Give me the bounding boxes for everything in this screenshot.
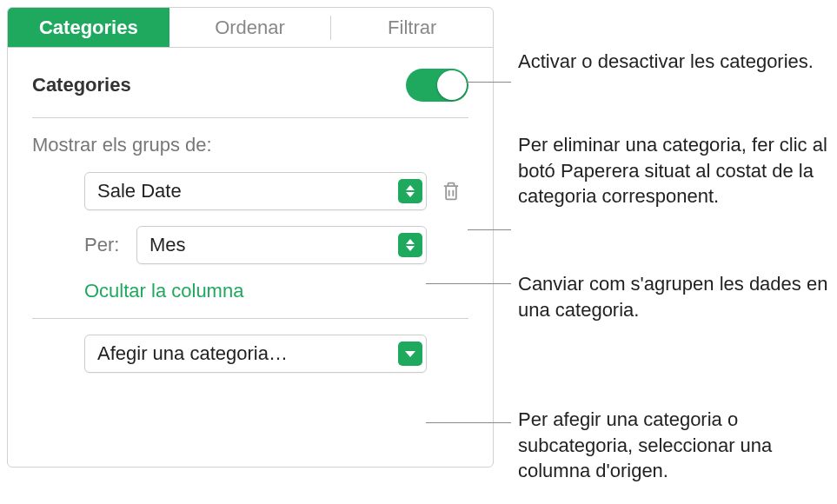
add-category-row: Afegir una categoria… [32, 335, 468, 373]
groups-label: Mostrar els grups de: [32, 134, 468, 156]
leader-line [426, 422, 511, 423]
section-title: Categories [32, 74, 131, 96]
hide-column-link[interactable]: Ocultar la columna [32, 280, 468, 302]
trash-button[interactable] [439, 179, 463, 203]
annotation-per: Canviar com s'agrupen les dades en una c… [518, 271, 837, 322]
annotation-add: Per afegir una categoria o subcategoria,… [518, 407, 837, 484]
category-dropdown-value: Sale Date [97, 180, 182, 202]
annotation-trash: Per eliminar una categoria, fer clic al … [518, 132, 837, 209]
per-dropdown-value: Mes [149, 234, 186, 256]
category-dropdown[interactable]: Sale Date [84, 172, 427, 210]
per-label: Per: [84, 234, 124, 256]
tab-sort[interactable]: Ordenar [169, 8, 331, 47]
add-category-value: Afegir una categoria… [97, 342, 288, 365]
leader-line [466, 82, 511, 83]
annotation-toggle: Activar o desactivar les categories. [518, 49, 814, 75]
tab-categories[interactable]: Categories [8, 8, 169, 47]
toggle-knob [437, 70, 467, 100]
category-row: Sale Date [32, 172, 468, 210]
updown-arrows-icon [398, 233, 422, 257]
panel-content: Categories Mostrar els grups de: Sale Da… [8, 48, 493, 394]
tab-filter-label: Filtrar [388, 17, 436, 39]
down-arrow-icon [398, 342, 422, 366]
section-header: Categories [32, 69, 468, 102]
categories-panel: Categories Ordenar Filtrar Categories Mo… [7, 7, 494, 468]
tab-bar: Categories Ordenar Filtrar [8, 8, 493, 48]
tab-filter[interactable]: Filtrar [331, 8, 493, 47]
add-category-dropdown[interactable]: Afegir una categoria… [84, 335, 427, 373]
categories-toggle[interactable] [406, 69, 468, 102]
per-dropdown[interactable]: Mes [136, 226, 427, 264]
divider [32, 117, 468, 118]
trash-icon [439, 179, 463, 203]
per-row: Per: Mes [32, 226, 468, 264]
divider [32, 318, 468, 319]
leader-line [468, 229, 511, 230]
tab-categories-label: Categories [39, 17, 138, 39]
leader-line [426, 283, 511, 284]
tab-sort-label: Ordenar [215, 17, 285, 39]
updown-arrows-icon [398, 179, 422, 203]
